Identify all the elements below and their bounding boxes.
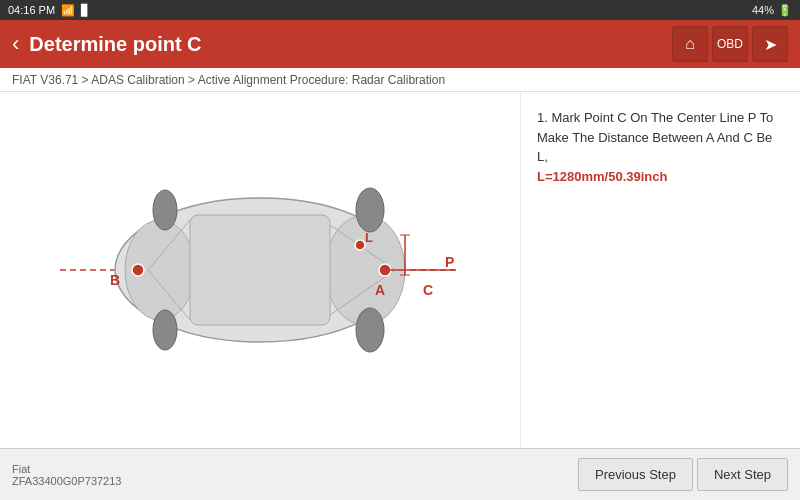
battery-display: 44%: [752, 4, 774, 16]
next-step-button[interactable]: Next Step: [697, 458, 788, 491]
diagram-area: B A L C P: [0, 92, 520, 448]
main-content: B A L C P 1. Mark Point C On The Center …: [0, 92, 800, 448]
info-panel: 1. Mark Point C On The Center Line P To …: [520, 92, 800, 448]
svg-point-13: [132, 264, 144, 276]
instruction-highlight: L=1280mm/50.39inch: [537, 169, 667, 184]
brand-name: Fiat: [12, 463, 121, 475]
time-display: 04:16 PM: [8, 4, 55, 16]
exit-icon: ➤: [764, 35, 777, 54]
svg-text:P: P: [445, 254, 454, 270]
svg-text:C: C: [423, 282, 433, 298]
svg-text:A: A: [375, 282, 385, 298]
status-left: 04:16 PM 📶 ▊: [8, 4, 89, 17]
header: ‹ Determine point C ⌂ OBD ➤: [0, 20, 800, 68]
serial-number: ZFA33400G0P737213: [12, 475, 121, 487]
home-button[interactable]: ⌂: [672, 26, 708, 62]
previous-step-button[interactable]: Previous Step: [578, 458, 693, 491]
instruction-text: 1. Mark Point C On The Center Line P To …: [537, 108, 784, 186]
svg-text:L: L: [365, 230, 373, 245]
home-icon: ⌂: [685, 35, 695, 53]
diag-button[interactable]: OBD: [712, 26, 748, 62]
svg-text:B: B: [110, 272, 120, 288]
device-info: Fiat ZFA33400G0P737213: [12, 463, 121, 487]
status-right: 44% 🔋: [752, 4, 792, 17]
back-button[interactable]: ‹: [12, 31, 19, 57]
svg-point-10: [356, 308, 384, 352]
svg-point-9: [356, 188, 384, 232]
diag-icon: OBD: [717, 37, 743, 51]
bottom-bar: Fiat ZFA33400G0P737213 Previous Step Nex…: [0, 448, 800, 500]
svg-point-11: [153, 190, 177, 230]
svg-rect-4: [190, 215, 330, 325]
signal-icon: ▊: [81, 4, 89, 17]
car-diagram: B A L C P: [50, 130, 470, 410]
status-bar: 04:16 PM 📶 ▊ 44% 🔋: [0, 0, 800, 20]
navigation-buttons: Previous Step Next Step: [578, 458, 788, 491]
svg-point-12: [153, 310, 177, 350]
breadcrumb-text: FIAT V36.71 > ADAS Calibration > Active …: [12, 73, 445, 87]
page-title: Determine point C: [29, 33, 672, 56]
breadcrumb: FIAT V36.71 > ADAS Calibration > Active …: [0, 68, 800, 92]
battery-icon: 🔋: [778, 4, 792, 17]
exit-button[interactable]: ➤: [752, 26, 788, 62]
svg-point-17: [355, 240, 365, 250]
wifi-icon: 📶: [61, 4, 75, 17]
header-icons: ⌂ OBD ➤: [672, 26, 788, 62]
